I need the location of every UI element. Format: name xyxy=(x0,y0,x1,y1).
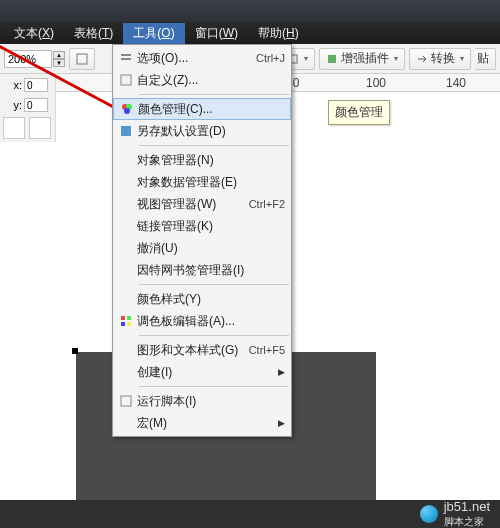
menu-text[interactable]: 文本(X) xyxy=(4,23,64,44)
menu-separator xyxy=(139,335,289,336)
menubar: 文本(X) 表格(T) 工具(O) 窗口(W) 帮助(H) xyxy=(0,22,500,44)
menu-help[interactable]: 帮助(H) xyxy=(248,23,309,44)
svg-rect-13 xyxy=(127,322,131,326)
color-mgmt-icon xyxy=(120,102,134,116)
zoom-input[interactable] xyxy=(4,50,52,68)
submenu-arrow-icon: ▶ xyxy=(278,418,285,428)
svg-rect-3 xyxy=(121,54,131,56)
site-logo-icon xyxy=(420,505,438,523)
sidebar-btn-2[interactable] xyxy=(29,117,51,139)
svg-rect-4 xyxy=(121,58,131,60)
toolbar-paste[interactable]: 贴 xyxy=(475,48,496,70)
svg-rect-9 xyxy=(121,126,131,136)
svg-point-8 xyxy=(124,108,130,114)
script-icon xyxy=(119,394,133,408)
menu-separator xyxy=(139,145,289,146)
menu-separator xyxy=(139,284,289,285)
page-icon xyxy=(76,53,88,65)
selection-handle[interactable] xyxy=(72,348,78,354)
customize-icon xyxy=(119,73,133,87)
menu-item-create[interactable]: 创建(I)▶ xyxy=(113,361,291,383)
y-coord: y: xyxy=(2,96,53,114)
menu-item-graphic-text-styles[interactable]: 图形和文本样式(G)Ctrl+F5 xyxy=(113,339,291,361)
zoom-control[interactable]: ▲▼ xyxy=(4,50,65,68)
menu-item-view-manager[interactable]: 视图管理器(W)Ctrl+F2 xyxy=(113,193,291,215)
menu-item-customize[interactable]: 自定义(Z)... xyxy=(113,69,291,91)
menu-item-object-manager[interactable]: 对象管理器(N) xyxy=(113,149,291,171)
svg-rect-10 xyxy=(121,316,125,320)
svg-rect-2 xyxy=(328,55,336,63)
menu-item-palette-editor[interactable]: 调色板编辑器(A)... xyxy=(113,310,291,332)
site-url: jb51.net xyxy=(444,499,490,514)
x-coord: x: xyxy=(2,76,53,94)
tools-dropdown-menu: 选项(O)...Ctrl+J 自定义(Z)... 颜色管理(C)... 另存默认… xyxy=(112,44,292,437)
zoom-spinner[interactable]: ▲▼ xyxy=(53,51,65,67)
save-icon xyxy=(119,124,133,138)
menu-table[interactable]: 表格(T) xyxy=(64,23,123,44)
svg-rect-12 xyxy=(121,322,125,326)
menu-item-object-data-manager[interactable]: 对象数据管理器(E) xyxy=(113,171,291,193)
convert-icon xyxy=(416,53,428,65)
window-titlebar xyxy=(0,0,500,22)
y-input[interactable] xyxy=(24,98,48,112)
svg-rect-11 xyxy=(127,316,131,320)
menu-item-bookmark-manager[interactable]: 因特网书签管理器(I) xyxy=(113,259,291,281)
menu-window[interactable]: 窗口(W) xyxy=(185,23,248,44)
menu-item-macro[interactable]: 宏(M)▶ xyxy=(113,412,291,434)
menu-item-save-defaults[interactable]: 另存默认设置(D) xyxy=(113,120,291,142)
svg-rect-0 xyxy=(77,54,87,64)
toolbar-enhance[interactable]: 增强插件▾ xyxy=(319,48,405,70)
toolbar-convert[interactable]: 转换▾ xyxy=(409,48,471,70)
menu-separator xyxy=(139,94,289,95)
plugin-icon xyxy=(326,53,338,65)
property-sidebar: x: y: xyxy=(0,74,56,142)
menu-item-color-styles[interactable]: 颜色样式(Y) xyxy=(113,288,291,310)
toolbar-btn-1[interactable] xyxy=(69,48,95,70)
menu-tools[interactable]: 工具(O) xyxy=(123,23,184,44)
x-input[interactable] xyxy=(24,78,48,92)
watermark-footer: jb51.net脚本之家 xyxy=(0,500,500,528)
palette-icon xyxy=(119,314,133,328)
submenu-arrow-icon: ▶ xyxy=(278,367,285,377)
menu-separator xyxy=(139,386,289,387)
svg-rect-5 xyxy=(121,75,131,85)
site-name: 脚本之家 xyxy=(444,516,484,527)
sidebar-btn-1[interactable] xyxy=(3,117,25,139)
tooltip: 颜色管理 xyxy=(328,100,390,125)
menu-item-run-script[interactable]: 运行脚本(I) xyxy=(113,390,291,412)
menu-item-link-manager[interactable]: 链接管理器(K) xyxy=(113,215,291,237)
menu-item-color-management[interactable]: 颜色管理(C)... xyxy=(113,98,291,120)
menu-item-options[interactable]: 选项(O)...Ctrl+J xyxy=(113,47,291,69)
svg-rect-14 xyxy=(121,396,131,406)
options-icon xyxy=(119,51,133,65)
menu-item-undo[interactable]: 撤消(U) xyxy=(113,237,291,259)
